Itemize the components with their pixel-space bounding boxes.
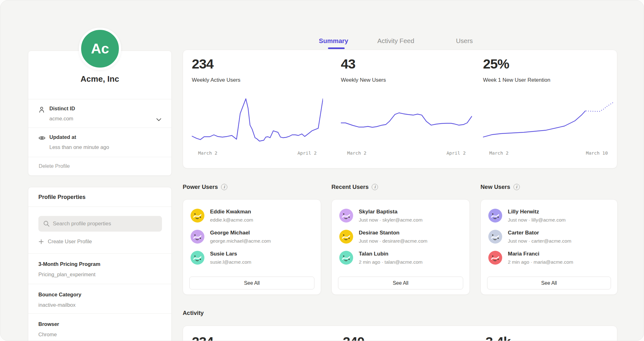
avatar [488, 230, 502, 244]
summary-stats-card: 234 Weekly Active Users March 2April 2 4… [183, 50, 617, 168]
distinct-id-value: acme.com [49, 116, 73, 122]
activity-stat-value: 3.4k [486, 334, 511, 341]
updated-at-row: Updated at Less than one minute ago [28, 128, 171, 157]
avatar [191, 230, 204, 244]
eye-icon [38, 135, 46, 142]
avatar [339, 251, 353, 265]
user-list-item[interactable]: Lilly Herwitz Just now · lilly@acme.com [488, 208, 610, 224]
info-icon[interactable]: i [372, 184, 378, 190]
search-input[interactable] [38, 216, 162, 232]
stat-label: Weekly Active Users [192, 77, 241, 83]
stat-value: 25% [483, 56, 509, 72]
see-all-button[interactable]: See All [338, 277, 463, 289]
activity-stat-value: 240 [343, 334, 364, 341]
user-list-item[interactable]: Talan Lubin 2 min ago · talan@acme.com [339, 250, 462, 267]
person-icon [38, 106, 45, 115]
avatar-face-icon [191, 251, 204, 265]
property-row[interactable]: Browser Chrome [28, 313, 171, 341]
stat-week1-retention: 25% Week 1 New User Retention March 2Mar… [483, 50, 621, 168]
activity-card: 234 240 3.4k [183, 326, 617, 341]
user-list-item[interactable]: Desirae Stanton Just now · desirare@acme… [339, 229, 462, 245]
x-axis-ticks: March 2April 2 [341, 151, 472, 156]
profile-properties-title: Profile Properties [38, 194, 86, 201]
recent-users-card: Skylar Baptista Just now · skyler@acme.c… [331, 199, 470, 295]
stat-label: Weekly New Users [341, 77, 386, 83]
avatar [488, 251, 502, 265]
avatar-face-icon [339, 251, 353, 265]
tab-users[interactable]: Users [456, 37, 473, 45]
avatar-face-icon [488, 251, 502, 265]
user-list-item[interactable]: Eddie Kwakman eddie.k@acme.com [191, 208, 313, 224]
tab-activity-feed[interactable]: Activity Feed [377, 37, 414, 45]
user-list-item[interactable]: Maria Franci 2 min ago · maria@acme.com [488, 250, 610, 267]
stat-value: 43 [341, 56, 355, 72]
stat-weekly-active-users: 234 Weekly Active Users March 2April 2 [192, 50, 330, 168]
updated-at-value: Less than one minute ago [49, 144, 109, 150]
x-axis-ticks: March 2March 10 [483, 151, 614, 156]
avatar [488, 209, 502, 223]
avatar-face-icon [488, 230, 502, 244]
company-avatar: Ac [79, 28, 121, 70]
weekly-active-users-chart [192, 95, 323, 146]
property-row[interactable]: 3-Month Pricing Program Pricing_plan_exp… [28, 253, 171, 284]
delete-profile-button[interactable]: Delete Profile [28, 157, 171, 176]
stat-label: Week 1 New User Retention [483, 77, 550, 83]
info-icon[interactable]: i [514, 184, 520, 190]
user-list-item[interactable]: Susie Lars susie.l@acme.com [191, 250, 313, 267]
avatar-face-icon [339, 230, 353, 244]
company-name: Acme, Inc [28, 74, 171, 84]
create-user-profile-button[interactable]: Create User Profile [39, 239, 92, 245]
avatar-face-icon [488, 209, 502, 223]
plus-icon [39, 239, 44, 244]
divider [28, 206, 171, 207]
app-window: Ac Acme, Inc Distinct ID acme.com [0, 0, 644, 341]
activity-stat-value: 234 [192, 334, 214, 341]
new-users-card: Lilly Herwitz Just now · lilly@acme.com … [480, 199, 618, 295]
weekly-new-users-chart [341, 95, 472, 146]
power-users-card: Eddie Kwakman eddie.k@acme.com George Mi… [183, 199, 321, 295]
recent-users-heading: Recent Users i [331, 184, 378, 190]
x-axis-ticks: March 2April 2 [192, 151, 323, 156]
user-list-item[interactable]: George Michael george.michael@acme.com [191, 229, 313, 245]
user-list-item[interactable]: Carter Bator Just now · carter@acme.com [488, 229, 610, 245]
distinct-id-row[interactable]: Distinct ID acme.com [28, 99, 171, 128]
avatar [339, 230, 353, 244]
power-users-heading: Power Users i [183, 184, 227, 190]
see-all-button[interactable]: See All [487, 277, 611, 289]
avatar [191, 251, 204, 265]
avatar [339, 209, 353, 223]
search-icon [43, 220, 50, 227]
search-profile-properties [38, 216, 162, 232]
profile-properties-card: Profile Properties Create User Profile 3… [28, 187, 172, 341]
stat-weekly-new-users: 43 Weekly New Users March 2April 2 [341, 50, 479, 168]
distinct-id-label: Distinct ID [49, 106, 75, 112]
chevron-down-icon[interactable] [156, 117, 161, 123]
info-icon[interactable]: i [221, 184, 227, 190]
new-users-heading: New Users i [480, 184, 520, 190]
stat-value: 234 [192, 56, 214, 72]
avatar-face-icon [191, 230, 204, 244]
user-list-item[interactable]: Skylar Baptista Just now · skyler@acme.c… [339, 208, 462, 224]
updated-at-label: Updated at [49, 134, 76, 140]
see-all-button[interactable]: See All [189, 277, 314, 289]
avatar-face-icon [191, 209, 204, 223]
avatar [191, 209, 204, 223]
active-tab-underline [328, 47, 345, 49]
activity-heading: Activity [183, 310, 204, 316]
week1-retention-chart [483, 95, 614, 146]
avatar-face-icon [339, 209, 353, 223]
tab-summary[interactable]: Summary [319, 37, 348, 45]
property-row[interactable]: Bounce Category inactive-mailbox [28, 284, 171, 313]
